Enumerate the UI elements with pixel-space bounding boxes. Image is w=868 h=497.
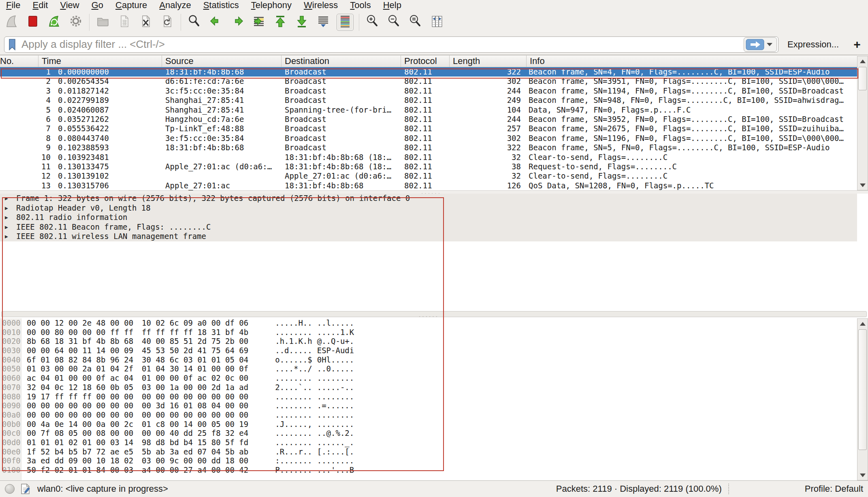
scroll-down-icon[interactable] [857, 180, 868, 190]
column-header-proto[interactable]: Protocol [401, 55, 450, 67]
detail-line[interactable]: ▶Radiotap Header v0, Length 18 [0, 203, 857, 213]
pane-splitter-bottom[interactable]: ······ [0, 309, 868, 318]
menu-edit[interactable]: Edit [28, 0, 55, 11]
menu-go[interactable]: Go [87, 0, 111, 11]
save-file-button[interactable] [116, 14, 132, 30]
detail-line[interactable]: ▶Frame 1: 322 bytes on wire (2576 bits),… [0, 194, 857, 203]
hex-row[interactable]: 00b000 4a 0e 14 00 0a 00 2c01 c8 00 14 0… [0, 420, 857, 429]
menu-help[interactable]: Help [379, 0, 409, 11]
hex-row[interactable]: 00c000 7f 08 05 00 08 00 0000 00 40 dd 2… [0, 429, 857, 438]
zoom-in-button[interactable] [365, 14, 381, 30]
packet-row[interactable]: 10.00000000018:31:bf:4b:8b:68Broadcast80… [0, 67, 857, 77]
packet-row[interactable]: 100.10392348118:31:bf:4b:8b:68 (18:…802.… [0, 153, 857, 162]
colorize-button[interactable] [337, 14, 354, 31]
packet-row[interactable]: 20.002654354d6:61:fe:cd:7a:6eBroadcast80… [0, 77, 857, 86]
expression-button[interactable]: Expression... [787, 39, 839, 50]
packet-row[interactable]: 60.035271262Hangzhou_cd:7a:6eBroadcast80… [0, 115, 857, 124]
display-filter-field[interactable] [4, 36, 778, 53]
menu-capture[interactable]: Capture [111, 0, 155, 11]
column-header-time[interactable]: Time [38, 55, 162, 67]
zoom-reset-button[interactable] [407, 14, 424, 30]
packet-row[interactable]: 80.0804437403e:f5:cc:0e:35:84Broadcast80… [0, 134, 857, 143]
column-header-len[interactable]: Length [450, 55, 527, 67]
scroll-up-icon[interactable] [857, 56, 868, 66]
hex-row[interactable]: 001000 00 80 00 00 00 ff ffff ff ff ff 1… [0, 328, 857, 337]
bytes-pane-scrollbar[interactable] [857, 318, 868, 480]
hex-row[interactable]: 005001 03 00 00 2a 01 04 2f01 04 30 14 0… [0, 364, 857, 373]
auto-scroll-button[interactable] [315, 14, 331, 30]
scroll-up-icon[interactable] [857, 319, 868, 328]
restart-capture-button[interactable] [46, 14, 62, 30]
hex-row[interactable]: 00208b 68 18 31 bf 4b 8b 6840 00 85 51 2… [0, 337, 857, 346]
hex-row[interactable]: 00e01f 52 b4 b5 b7 72 ae e55b ab 3a ed 0… [0, 447, 857, 456]
hex-row[interactable]: 00f03a ed dd 09 00 10 18 0203 00 9c 00 0… [0, 456, 857, 465]
column-header-info[interactable]: Info [527, 55, 857, 67]
expand-arrow-icon[interactable]: ▶ [5, 203, 8, 213]
menu-file[interactable]: File [2, 0, 28, 11]
capture-status-icon[interactable] [5, 484, 15, 494]
expand-arrow-icon[interactable]: ▶ [5, 232, 8, 241]
hex-row[interactable]: 003000 00 64 00 11 14 00 0945 53 50 2d 4… [0, 346, 857, 355]
hex-row[interactable]: 010050 f2 02 01 01 84 00 03a4 00 00 27 a… [0, 465, 857, 475]
hex-row[interactable]: 0060ac 04 01 00 00 0f ac 0401 00 00 0f a… [0, 373, 857, 383]
hex-row[interactable]: 008019 17 ff ff ff 00 00 0000 00 00 00 0… [0, 392, 857, 401]
go-to-first-button[interactable] [272, 14, 288, 30]
packet-cell-time: 0.130133475 [55, 162, 162, 171]
hex-row[interactable]: 00a000 00 00 00 00 00 00 0000 00 00 00 0… [0, 410, 857, 420]
expand-arrow-icon[interactable]: ▶ [5, 222, 8, 232]
capture-file-properties-icon[interactable] [20, 483, 31, 495]
menu-view[interactable]: View [55, 0, 87, 11]
go-to-packet-button[interactable] [251, 14, 267, 30]
hex-row[interactable]: 009000 00 00 00 00 00 00 0000 3d 16 01 0… [0, 401, 857, 410]
reload-file-button[interactable] [159, 14, 175, 30]
expand-arrow-icon[interactable]: ▶ [5, 213, 8, 222]
menu-tools[interactable]: Tools [345, 0, 378, 11]
add-filter-button[interactable]: + [853, 38, 861, 51]
find-packet-button[interactable] [186, 14, 203, 30]
apply-filter-button[interactable] [746, 39, 764, 50]
scrollbar-thumb[interactable] [858, 329, 867, 450]
profile-label[interactable]: Profile: Default [805, 484, 863, 494]
packet-row[interactable]: 70.055536422Tp-LinkT_ef:48:88Broadcast80… [0, 124, 857, 133]
packet-row[interactable]: 40.022799189Shanghai_27:85:41Broadcast80… [0, 96, 857, 105]
packet-row[interactable]: 120.130139102Apple_27:01:ac (d0:a6:…802.… [0, 171, 857, 181]
packet-row[interactable]: 130.130315706Apple_27:01:ac18:31:bf:4b:8… [0, 181, 857, 190]
menu-statistics[interactable]: Statistics [199, 0, 247, 11]
go-back-button[interactable] [208, 14, 224, 30]
filter-bookmark-icon[interactable] [8, 38, 17, 51]
column-header-no[interactable]: No. [0, 55, 38, 67]
display-filter-input[interactable] [21, 38, 744, 51]
menu-wireless[interactable]: Wireless [299, 0, 345, 11]
scrollbar-thumb[interactable] [858, 67, 867, 90]
resize-columns-button[interactable] [429, 14, 445, 30]
packet-list-scrollbar[interactable] [857, 56, 868, 190]
filter-history-dropdown-icon[interactable] [767, 43, 772, 46]
splitter-bar[interactable]: ······ [1, 311, 867, 317]
hex-row[interactable]: 007032 04 0c 12 18 60 0b 0503 00 1a 00 0… [0, 383, 857, 392]
stop-capture-button[interactable] [25, 14, 41, 30]
detail-line[interactable]: ▶IEEE 802.11 Beacon frame, Flags: ......… [0, 222, 857, 232]
packet-row[interactable]: 90.10238859318:31:bf:4b:8b:68Broadcast80… [0, 143, 857, 152]
expand-arrow-icon[interactable]: ▶ [5, 194, 8, 203]
open-file-button[interactable] [95, 14, 111, 30]
zoom-out-button[interactable] [386, 14, 402, 30]
close-file-button[interactable] [138, 14, 154, 30]
hex-row[interactable]: 000000 00 12 00 2e 48 00 0010 02 6c 09 a… [0, 318, 857, 328]
hex-row[interactable]: 00406f 01 08 82 84 8b 96 2430 48 6c 03 0… [0, 355, 857, 365]
menu-analyze[interactable]: Analyze [155, 0, 198, 11]
packet-row[interactable]: 50.024060087Shanghai_27:85:41Spanning-tr… [0, 105, 857, 115]
hex-row[interactable]: 00d001 01 01 02 01 00 03 1498 d8 bd b4 1… [0, 438, 857, 447]
scroll-down-icon[interactable] [857, 470, 868, 480]
column-header-src[interactable]: Source [162, 55, 282, 67]
capture-options-button[interactable] [68, 14, 84, 30]
start-capture-button[interactable] [3, 14, 19, 30]
go-to-last-button[interactable] [294, 14, 310, 30]
packet-row[interactable]: 30.0118271423c:f5:cc:0e:35:84Broadcast80… [0, 86, 857, 96]
go-forward-button[interactable] [229, 14, 245, 30]
detail-line[interactable]: ▶IEEE 802.11 wireless LAN management fra… [0, 232, 857, 241]
folder-open-icon [96, 14, 110, 30]
packet-row[interactable]: 110.130133475Apple_27:01:ac (d0:a6:…18:3… [0, 162, 857, 171]
menu-telephony[interactable]: Telephony [247, 0, 299, 11]
column-header-dst[interactable]: Destination [282, 55, 401, 67]
detail-line[interactable]: ▶802.11 radio information [0, 213, 857, 222]
